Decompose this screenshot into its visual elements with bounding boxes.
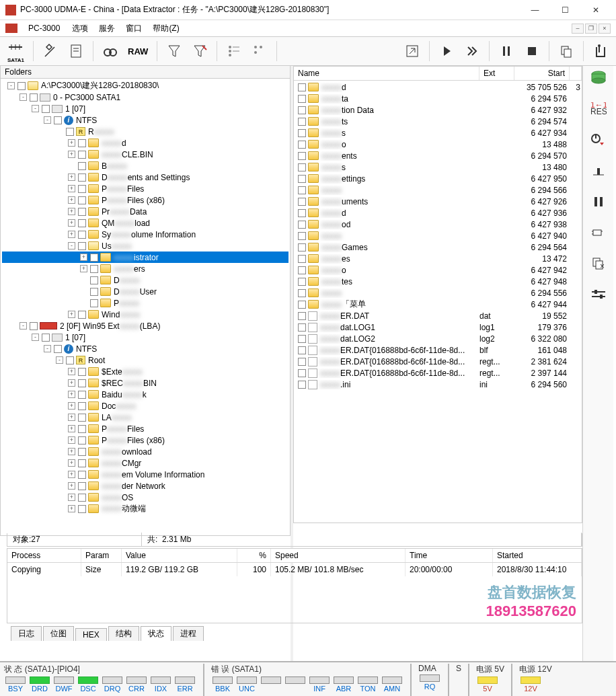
tree-row[interactable]: -iNTFS	[2, 343, 288, 354]
list-row[interactable]: xxxxxdat.LOG1log1179 376	[294, 321, 582, 333]
tree-row[interactable]: +PrxxxxxData	[2, 206, 288, 217]
tree-toggle[interactable]: +	[68, 139, 75, 147]
tree-checkbox[interactable]	[78, 436, 86, 444]
tab[interactable]: 进程	[173, 626, 204, 641]
tree-checkbox[interactable]	[78, 151, 86, 159]
sata1-button[interactable]: SATA1	[4, 40, 28, 63]
tree-toggle[interactable]: +	[68, 402, 75, 410]
tree-checkbox[interactable]	[78, 505, 86, 513]
mdi-minimize-button[interactable]: –	[572, 24, 584, 34]
list-checkbox[interactable]	[298, 369, 306, 377]
col-ext[interactable]: Ext	[479, 67, 514, 80]
tree-checkbox[interactable]	[78, 162, 86, 170]
tree-flat-button[interactable]	[248, 40, 271, 63]
tree-row[interactable]: +xxxxxOS	[2, 492, 288, 503]
tree-row[interactable]: +LAxxxxx	[2, 412, 288, 423]
tree-checkbox[interactable]	[78, 425, 86, 433]
tree-row[interactable]: Bxxxxx	[2, 160, 288, 171]
tree-toggle[interactable]: +	[68, 173, 75, 181]
tree-row[interactable]: Dxxxxx	[2, 274, 288, 286]
tree-toggle[interactable]: -	[44, 116, 51, 124]
play-button[interactable]	[435, 40, 458, 63]
list-row[interactable]: xxxxxGames6 294 564	[294, 241, 582, 253]
tree-toggle[interactable]: +	[80, 254, 87, 261]
tree-toggle[interactable]: +	[68, 185, 75, 192]
tree-toggle[interactable]: +	[68, 482, 75, 490]
tree-row[interactable]: +xxxxxistrator	[2, 252, 288, 263]
tree-toggle[interactable]: -	[56, 356, 63, 364]
tree-checkbox[interactable]	[78, 311, 86, 319]
list-row[interactable]: xxxxxes13 472	[294, 253, 582, 264]
list-row[interactable]: xxxxxents6 294 570	[294, 150, 582, 161]
tree-toggle[interactable]: +	[68, 219, 75, 227]
hdr-started[interactable]: Started	[493, 549, 582, 562]
tree-toggle[interactable]: +	[68, 436, 75, 444]
minimize-button[interactable]: —	[520, 1, 550, 20]
tree-checkbox[interactable]	[66, 356, 74, 364]
tree-checkbox[interactable]	[90, 276, 98, 284]
mdi-close-button[interactable]: ×	[599, 24, 611, 34]
list-checkbox[interactable]	[298, 243, 306, 252]
list-row[interactable]: xxxxxER.DAT{016888bd-6c6f-11de-8d...regt…	[294, 356, 582, 367]
list-checkbox[interactable]	[298, 232, 306, 240]
tree-checkbox[interactable]	[78, 208, 86, 216]
tree-checkbox[interactable]	[30, 322, 38, 330]
tab[interactable]: 位图	[43, 626, 74, 641]
tree-row[interactable]: +PxxxxxFiles (x86)	[2, 194, 288, 206]
list-row[interactable]: xxxxxtes6 427 948	[294, 276, 582, 287]
list-checkbox[interactable]	[298, 278, 306, 286]
hdr-value[interactable]: Value	[122, 549, 237, 562]
chip-icon[interactable]	[588, 223, 609, 242]
tree-toggle[interactable]: +	[68, 505, 75, 512]
tree-checkbox[interactable]	[78, 139, 86, 147]
tree-row[interactable]: -RRoot	[2, 354, 288, 366]
list-checkbox[interactable]	[298, 175, 306, 183]
list-checkbox[interactable]	[298, 221, 306, 229]
tree-checkbox[interactable]	[90, 299, 98, 307]
hdr-time[interactable]: Time	[406, 549, 493, 562]
tree-row[interactable]: +xxxxxem Volume Information	[2, 469, 288, 480]
col-start[interactable]: Start	[514, 67, 570, 80]
tree-checkbox[interactable]	[78, 173, 86, 182]
list-checkbox[interactable]	[298, 209, 306, 217]
tree-row[interactable]: +Windxxxxx	[2, 309, 288, 320]
tree-toggle[interactable]: +	[68, 208, 75, 215]
slider-icon[interactable]	[588, 161, 609, 180]
tree-row[interactable]: -2 [0F] Win95 Extxxxxx(LBA)	[2, 320, 288, 332]
tree-row[interactable]: +xxxxxers	[2, 263, 288, 274]
tree-toggle[interactable]: +	[68, 414, 75, 421]
tree-row[interactable]: -0 - PC3000 SATA1	[2, 91, 288, 103]
tree-checkbox[interactable]	[78, 494, 86, 502]
tree-checkbox[interactable]	[78, 379, 86, 387]
tree-row[interactable]: DxxxxxUser	[2, 286, 288, 297]
tree-toggle[interactable]: -	[7, 82, 15, 89]
close-button[interactable]: ✕	[580, 1, 611, 20]
tree-toggle[interactable]: +	[68, 311, 75, 318]
tree-checkbox[interactable]	[54, 345, 62, 353]
list-row[interactable]: xxxxxo6 427 942	[294, 264, 582, 276]
list-checkbox[interactable]	[298, 95, 306, 103]
menu-item[interactable]: 帮助(Z)	[147, 22, 184, 36]
list-row[interactable]: xxxxxo13 488	[294, 139, 582, 150]
list-checkbox[interactable]	[298, 312, 306, 320]
tree-toggle[interactable]: -	[20, 93, 27, 101]
list-checkbox[interactable]	[298, 335, 306, 343]
tree-checkbox[interactable]	[78, 368, 86, 376]
tree-toggle[interactable]: +	[80, 265, 87, 272]
list-row[interactable]: xxxxxtion Data6 427 932	[294, 104, 582, 116]
tree-row[interactable]: +Syxxxxxolume Information	[2, 229, 288, 240]
file-list-body[interactable]: xxxxxd35 705 5263xxxxxta6 294 576xxxxxti…	[294, 81, 582, 523]
tree-toggle[interactable]: +	[68, 151, 75, 158]
tree-checkbox[interactable]	[90, 254, 98, 262]
tree-toggle[interactable]: -	[20, 322, 27, 330]
tree-row[interactable]: +Dxxxxxents and Settings	[2, 171, 288, 183]
tree-row[interactable]: +xxxxx动微端	[2, 503, 288, 514]
list-checkbox[interactable]	[298, 163, 306, 171]
list-checkbox[interactable]	[298, 346, 306, 354]
docs-x-icon[interactable]: ×	[588, 254, 609, 273]
tree-row[interactable]: -1 [07]	[2, 103, 288, 114]
export-button[interactable]	[401, 40, 424, 63]
power-toggle-icon[interactable]	[588, 130, 609, 149]
list-row[interactable]: xxxxxod6 427 938	[294, 219, 582, 230]
list-row[interactable]: xxxxx6 294 556	[294, 287, 582, 299]
